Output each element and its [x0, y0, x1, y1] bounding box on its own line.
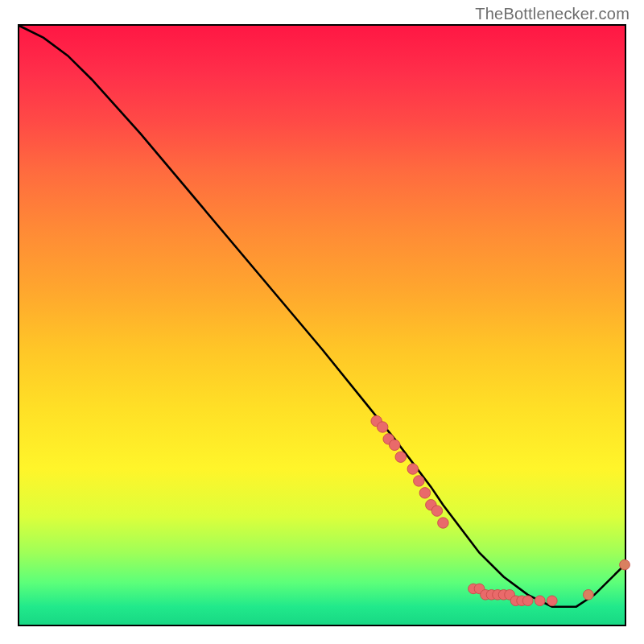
- data-point: [414, 476, 425, 486]
- marker-cluster-a: [371, 415, 448, 528]
- curve-layer: [19, 26, 625, 625]
- marker-cluster-b: [469, 584, 558, 606]
- data-point: [535, 596, 545, 606]
- data-point: [407, 464, 419, 474]
- data-point: [522, 596, 533, 606]
- marker-outliers: [583, 559, 630, 600]
- data-point: [620, 559, 630, 570]
- data-point: [547, 596, 557, 606]
- plot-area: [18, 24, 626, 626]
- bottleneck-curve: [19, 26, 625, 607]
- data-point: [377, 422, 388, 432]
- data-point: [431, 506, 443, 516]
- chart-container: TheBottlenecker.com: [0, 0, 644, 644]
- data-point: [438, 518, 449, 528]
- data-point: [419, 488, 431, 498]
- source-attribution: TheBottlenecker.com: [475, 5, 630, 23]
- data-point: [389, 440, 400, 450]
- data-point: [583, 589, 593, 600]
- data-point: [395, 452, 407, 462]
